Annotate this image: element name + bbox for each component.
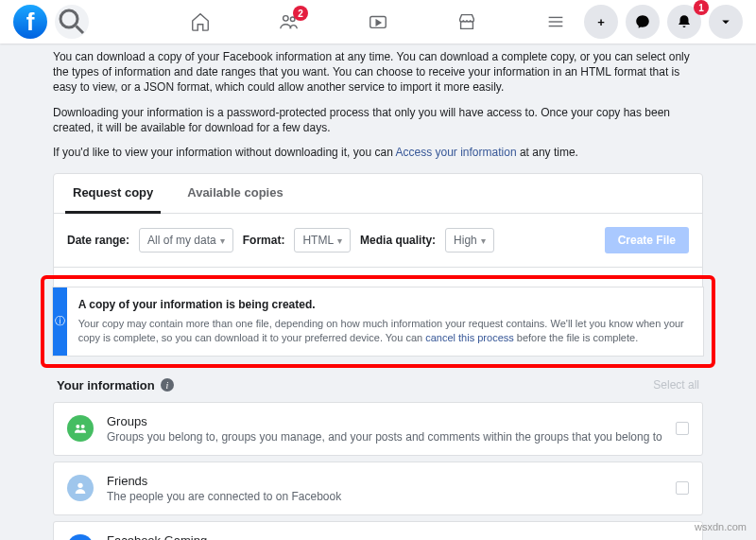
cancel-process-link[interactable]: cancel this process	[425, 332, 514, 343]
info-item[interactable]: GroupsGroups you belong to, groups you m…	[53, 402, 703, 456]
search-icon	[55, 5, 89, 39]
messenger-button[interactable]	[626, 5, 660, 39]
nav-marketplace[interactable]	[455, 10, 478, 33]
item-title: Friends	[107, 474, 662, 488]
download-card: Request copy Available copies Date range…	[53, 173, 703, 356]
svg-line-1	[77, 26, 84, 34]
intro-text: You can download a copy of your Facebook…	[53, 49, 703, 160]
facebook-logo[interactable]: f	[13, 5, 47, 39]
search-button[interactable]	[55, 5, 89, 39]
nav-menu[interactable]	[544, 10, 567, 33]
format-select[interactable]: HTML	[294, 228, 351, 253]
notifications-badge: 1	[694, 0, 709, 15]
info-item[interactable]: FriendsThe people you are connected to o…	[53, 462, 703, 515]
your-information-section: Your information i Select all GroupsGrou…	[53, 378, 703, 540]
tab-request-copy[interactable]: Request copy	[65, 174, 161, 214]
media-quality-label: Media quality:	[360, 234, 436, 247]
top-bar: f 2 + 1	[0, 0, 756, 44]
item-desc: The people you are connected to on Faceb…	[107, 490, 662, 503]
top-right-buttons: + 1	[584, 5, 743, 39]
media-quality-select[interactable]: High	[445, 228, 494, 253]
date-range-label: Date range:	[67, 234, 129, 247]
create-button[interactable]: +	[584, 5, 618, 39]
item-icon	[67, 534, 94, 540]
chevron-down-icon	[717, 13, 734, 30]
nav-home[interactable]	[189, 10, 212, 33]
item-title: Facebook Gaming	[107, 533, 662, 540]
watermark: wsxdn.com	[695, 521, 747, 532]
creating-notice: ⓘ A copy of your information is being cr…	[52, 287, 704, 357]
notice-text: A copy of your information is being crea…	[67, 287, 703, 356]
svg-point-10	[77, 483, 82, 488]
messenger-icon	[634, 13, 651, 30]
info-items-list: GroupsGroups you belong to, groups you m…	[53, 402, 703, 540]
date-range-select[interactable]: All of my data	[139, 228, 233, 253]
nav-friends[interactable]: 2	[278, 10, 301, 33]
intro-p1: You can download a copy of your Facebook…	[53, 49, 703, 96]
your-info-title: Your information	[57, 378, 155, 392]
bell-icon	[676, 13, 693, 30]
main-content: You can download a copy of your Facebook…	[0, 44, 756, 540]
watch-icon	[368, 11, 388, 32]
account-button[interactable]	[709, 5, 743, 39]
access-info-link[interactable]: Access your information	[396, 146, 517, 159]
your-info-header: Your information i Select all	[53, 378, 703, 402]
info-item[interactable]: Facebook GamingYour profile for Facebook…	[53, 521, 703, 540]
format-label: Format:	[243, 234, 285, 247]
select-all-link[interactable]: Select all	[653, 378, 699, 392]
highlighted-notice: ⓘ A copy of your information is being cr…	[41, 275, 715, 368]
info-tooltip-icon[interactable]: i	[161, 378, 174, 392]
item-title: Groups	[107, 414, 662, 428]
friends-badge: 2	[293, 6, 308, 21]
item-desc: Groups you belong to, groups you manage,…	[107, 430, 662, 444]
marketplace-icon	[456, 11, 477, 32]
item-checkbox[interactable]	[676, 481, 689, 495]
hamburger-icon	[545, 11, 566, 32]
nav-watch[interactable]	[367, 10, 389, 33]
home-icon	[190, 11, 211, 32]
svg-point-2	[284, 16, 289, 21]
item-icon	[67, 475, 94, 501]
create-file-button[interactable]: Create File	[605, 227, 689, 253]
svg-point-8	[76, 425, 79, 428]
notice-title: A copy of your information is being crea…	[78, 297, 692, 313]
nav-tabs: 2	[189, 10, 567, 33]
svg-point-9	[81, 425, 85, 428]
tab-available-copies[interactable]: Available copies	[180, 174, 290, 213]
card-tabs: Request copy Available copies	[54, 174, 702, 214]
item-checkbox[interactable]	[676, 422, 689, 435]
notifications-button[interactable]: 1	[667, 5, 701, 39]
info-icon: ⓘ	[53, 287, 67, 356]
filters-row: Date range: All of my data Format: HTML …	[54, 214, 702, 268]
intro-p3: If you'd like to view your information w…	[53, 145, 703, 160]
intro-p2: Downloading your information is a passwo…	[53, 105, 703, 135]
item-icon	[67, 415, 94, 442]
svg-point-0	[60, 10, 77, 27]
